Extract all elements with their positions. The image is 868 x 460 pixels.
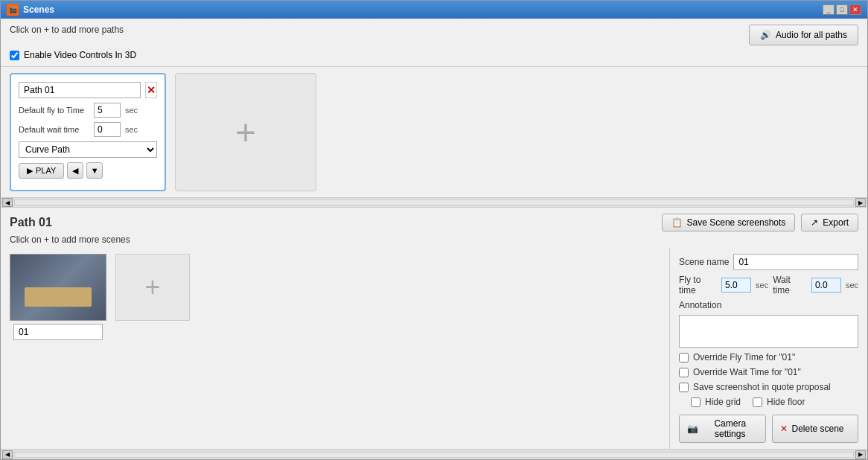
fly-time-unit-right: sec [756, 281, 768, 290]
close-button[interactable]: ✕ [849, 4, 861, 15]
play-icon: ▶ [27, 166, 33, 176]
add-scenes-hint: Click on + to add more scenes [1, 234, 867, 248]
camera-settings-button[interactable]: 📷 Camera settings [679, 415, 766, 443]
fly-time-label-right: Fly to time [679, 275, 717, 296]
delete-path-button[interactable]: ✕ [145, 82, 157, 98]
export-icon: ↗ [811, 217, 818, 228]
bottom-header: Path 01 📋 Save Scene screenshots ↗ Expor… [1, 208, 867, 234]
enable-video-row: Enable Video Controls In 3D [10, 50, 858, 60]
play-button[interactable]: ▶ PLAY [19, 163, 64, 179]
step-back-button[interactable]: ◀ [67, 162, 83, 179]
play-controls: ▶ PLAY ◀ ▼ [19, 162, 157, 179]
paths-area: Path 01 ✕ Default fly to Time 5 sec Defa… [1, 67, 867, 197]
path-card-header: Path 01 ✕ [19, 82, 157, 98]
camera-btn-label: Camera settings [703, 418, 758, 439]
wait-time-unit: sec [125, 125, 138, 134]
override-wait-checkbox[interactable] [679, 368, 689, 377]
add-scene-area[interactable]: + [115, 254, 190, 321]
scroll-right-arrow[interactable]: ▶ [855, 198, 866, 207]
bottom-panel: Path 01 📋 Save Scene screenshots ↗ Expor… [1, 208, 867, 459]
hide-floor-checkbox[interactable] [753, 397, 762, 407]
annotation-label: Annotation [679, 300, 858, 310]
bottom-actions: 📋 Save Scene screenshots ↗ Export [662, 214, 858, 231]
fly-time-input-right[interactable]: 5.0 [721, 278, 751, 293]
table-shape [25, 287, 92, 307]
path-name-input[interactable]: Path 01 [19, 82, 141, 98]
curve-path-row: Curve Path [19, 141, 157, 158]
override-fly-row: Override Fly Time for "01" [679, 352, 858, 362]
add-path-area[interactable]: + [175, 73, 316, 191]
bottom-scroll-right-arrow[interactable]: ▶ [855, 450, 866, 459]
fly-time-unit: sec [125, 106, 138, 115]
scene-thumbnail-image [10, 255, 106, 320]
export-button[interactable]: ↗ Export [801, 214, 858, 231]
add-paths-hint: Click on + to add more paths [10, 25, 124, 35]
top-scrollbar[interactable]: ◀ ▶ [1, 197, 867, 208]
window-title: Scenes [23, 4, 54, 15]
bottom-path-title: Path 01 [10, 216, 52, 229]
enable-video-checkbox[interactable] [10, 51, 19, 60]
app-icon: 🎬 [7, 4, 19, 16]
audio-btn-label: Audio for all paths [776, 30, 847, 40]
save-screenshot-checkbox[interactable] [679, 383, 689, 392]
override-wait-row: Override Wait Time for "01" [679, 367, 858, 377]
minimize-button[interactable]: _ [823, 4, 835, 15]
wait-time-input-right[interactable]: 0.0 [811, 278, 841, 293]
wait-time-label: Default wait time [19, 125, 89, 134]
play-label: PLAY [36, 166, 56, 175]
delete-scene-label: Delete scene [792, 424, 844, 434]
wait-time-unit-right: sec [846, 281, 858, 290]
bottom-scroll-left-arrow[interactable]: ◀ [2, 450, 13, 459]
top-panel-header: Click on + to add more paths 🔊 Audio for… [10, 25, 858, 45]
save-screenshot-label: Save screenshot in quote proposal [693, 382, 831, 392]
scene-name-row: Scene name 01 [679, 254, 858, 270]
override-fly-checkbox[interactable] [679, 353, 689, 362]
save-screenshots-label: Save Scene screenshots [687, 217, 786, 228]
path-card: Path 01 ✕ Default fly to Time 5 sec Defa… [10, 73, 166, 191]
wait-time-label-right: Wait time [773, 275, 807, 296]
title-bar: 🎬 Scenes _ □ ✕ [1, 1, 867, 19]
step-dropdown-button[interactable]: ▼ [86, 162, 103, 179]
fly-time-input[interactable]: 5 [94, 103, 121, 118]
fly-time-row-right: Fly to time 5.0 sec Wait time 0.0 sec [679, 275, 858, 296]
fly-time-label: Default fly to Time [19, 106, 89, 115]
export-label: Export [823, 217, 849, 228]
title-bar-left: 🎬 Scenes [7, 4, 54, 16]
wait-time-row: Default wait time 0 sec [19, 122, 157, 137]
override-wait-label: Override Wait Time for "01" [693, 367, 801, 377]
curve-path-dropdown[interactable]: Curve Path [19, 141, 157, 158]
bottom-scrollbar[interactable]: ◀ ▶ [1, 449, 867, 459]
window-controls: _ □ ✕ [823, 4, 861, 15]
audio-all-paths-button[interactable]: 🔊 Audio for all paths [749, 25, 858, 45]
right-panel: Scene name 01 Fly to time 5.0 sec Wait t… [670, 248, 867, 449]
scene-label-input[interactable]: 01 [13, 324, 103, 340]
scroll-left-arrow[interactable]: ◀ [2, 198, 13, 207]
wait-time-input[interactable]: 0 [94, 122, 121, 137]
delete-scene-icon: ✕ [780, 424, 788, 434]
top-panel: Click on + to add more paths 🔊 Audio for… [1, 19, 867, 67]
bottom-scroll-track[interactable] [14, 452, 854, 458]
hide-grid-checkbox[interactable] [691, 397, 701, 407]
bottom-main: 01 + Scene name 01 Fly to time 5.0 [1, 248, 867, 449]
annotation-textarea[interactable] [679, 315, 858, 348]
save-screenshots-button[interactable]: 📋 Save Scene screenshots [662, 214, 796, 231]
speaker-icon: 🔊 [760, 30, 771, 40]
scene-name-label: Scene name [679, 257, 729, 267]
hide-floor-row: Hide floor [753, 397, 805, 407]
override-fly-label: Override Fly Time for "01" [693, 352, 795, 362]
scroll-track[interactable] [14, 199, 854, 205]
maximize-button[interactable]: □ [836, 4, 848, 15]
scene-card: 01 [10, 254, 106, 340]
scenes-area: 01 + [1, 248, 670, 449]
add-path-plus-icon: + [235, 115, 256, 150]
main-window: 🎬 Scenes _ □ ✕ Click on + to add more pa… [0, 0, 868, 460]
save-screenshot-row: Save screenshot in quote proposal [679, 382, 858, 392]
camera-icon: 📷 [687, 424, 698, 434]
scene-name-input[interactable]: 01 [733, 254, 858, 270]
scene-thumbnail[interactable] [10, 254, 106, 321]
delete-scene-button[interactable]: ✕ Delete scene [772, 415, 859, 443]
fly-time-row: Default fly to Time 5 sec [19, 103, 157, 118]
add-scene-plus-icon: + [144, 272, 160, 303]
content-area: Click on + to add more paths 🔊 Audio for… [1, 19, 867, 459]
hide-floor-label: Hide floor [767, 397, 805, 407]
